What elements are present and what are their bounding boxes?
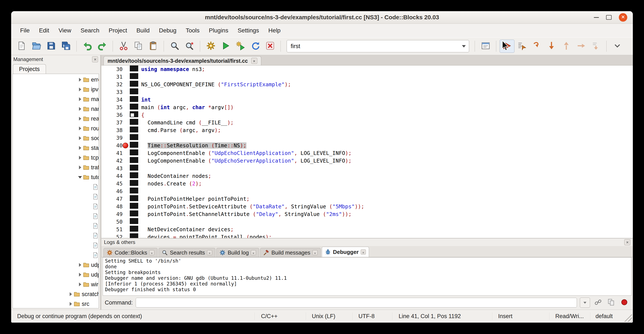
- tree-item-wire[interactable]: wire: [13, 279, 99, 289]
- find-button[interactable]: [167, 40, 182, 53]
- chevron-collapsed-icon[interactable]: [77, 166, 83, 169]
- line-number[interactable]: 42: [102, 157, 122, 165]
- line-number[interactable]: 41: [102, 149, 122, 157]
- rebuild-button[interactable]: [248, 40, 263, 53]
- chevron-expanded-icon[interactable]: [77, 176, 83, 178]
- next-instruction-button[interactable]: [574, 40, 588, 53]
- menu-file[interactable]: File: [16, 26, 34, 36]
- copy-button[interactable]: [131, 40, 146, 53]
- line-number[interactable]: 46: [102, 188, 122, 195]
- menu-tools[interactable]: Tools: [181, 26, 204, 36]
- step-into-instruction-button[interactable]: [588, 40, 603, 53]
- tree-item-scratch[interactable]: scratch: [13, 289, 99, 299]
- search-combobox[interactable]: [287, 40, 469, 52]
- line-number[interactable]: 35: [102, 104, 122, 111]
- tree-item-sock[interactable]: sock: [13, 133, 99, 143]
- tree-item-fo[interactable]: fo: [13, 202, 99, 211]
- minimize-icon[interactable]: [594, 17, 599, 18]
- logs-tab-close-icon[interactable]: [251, 250, 256, 255]
- line-number[interactable]: 43: [102, 165, 122, 172]
- menu-view[interactable]: View: [54, 26, 76, 36]
- debugging-windows-button[interactable]: [478, 40, 493, 53]
- logs-tab-close-icon[interactable]: [361, 249, 366, 254]
- tree-item-he[interactable]: he: [13, 211, 99, 221]
- breakpoint-marker[interactable]: [122, 143, 128, 148]
- line-number[interactable]: 38: [102, 127, 122, 134]
- line-number[interactable]: 50: [102, 218, 122, 226]
- line-number[interactable]: 45: [102, 180, 122, 188]
- line-number[interactable]: 49: [102, 210, 122, 218]
- projects-tree[interactable]: erroipv6matnamrealroutsockstattcptraftut…: [12, 74, 99, 308]
- menu-project[interactable]: Project: [104, 26, 132, 36]
- logs-tab-debugger[interactable]: Debugger: [322, 247, 369, 257]
- abort-button[interactable]: [263, 40, 278, 53]
- editor-tab-close-icon[interactable]: [251, 58, 257, 64]
- find-in-files-button[interactable]: [182, 40, 197, 53]
- titlebar[interactable]: mnt/dev/tools/source/ns-3-dev/examples/t…: [11, 11, 633, 24]
- maximize-icon[interactable]: [606, 15, 612, 20]
- run-button[interactable]: [218, 40, 233, 53]
- tree-item-tcp[interactable]: tcp: [13, 153, 99, 163]
- step-into-button[interactable]: [544, 40, 559, 53]
- line-number[interactable]: 39: [102, 134, 122, 142]
- close-icon[interactable]: [619, 13, 627, 22]
- tree-item-se[interactable]: se: [13, 231, 99, 240]
- tree-item-mat[interactable]: mat: [13, 94, 99, 104]
- open-button[interactable]: [29, 40, 44, 53]
- line-number[interactable]: 36: [102, 111, 122, 119]
- undo-button[interactable]: [80, 40, 95, 53]
- chevron-collapsed-icon[interactable]: [77, 146, 83, 150]
- search-input[interactable]: [287, 43, 459, 50]
- tree-item-se[interactable]: se: [13, 221, 99, 231]
- line-number[interactable]: 34: [102, 96, 122, 104]
- menu-search[interactable]: Search: [76, 26, 104, 36]
- command-input[interactable]: [136, 298, 577, 307]
- management-close-icon[interactable]: [92, 56, 98, 62]
- tree-item-rout[interactable]: rout: [13, 124, 99, 133]
- line-number[interactable]: 48: [102, 203, 122, 210]
- logs-tab-close-icon[interactable]: [207, 250, 212, 255]
- combobox-dropdown-arrow[interactable]: [459, 40, 469, 52]
- logs-close-icon[interactable]: [624, 239, 630, 245]
- save-button[interactable]: [44, 40, 59, 53]
- chevron-collapsed-icon[interactable]: [77, 263, 83, 267]
- tree-item-udp[interactable]: udp: [13, 260, 99, 270]
- chevron-collapsed-icon[interactable]: [68, 292, 74, 296]
- next-line-button[interactable]: [529, 40, 544, 53]
- tree-item-ipv6[interactable]: ipv6: [13, 85, 99, 94]
- logs-tab-build-messages[interactable]: Build messages: [260, 248, 321, 257]
- editor-tab-first-cc[interactable]: mnt/dev/tools/source/ns-3-dev/examples/t…: [104, 56, 261, 65]
- tree-item-th[interactable]: th: [13, 250, 99, 260]
- chevron-collapsed-icon[interactable]: [77, 97, 83, 101]
- line-number[interactable]: 44: [102, 172, 122, 180]
- menu-edit[interactable]: Edit: [34, 26, 54, 36]
- tree-item-nam[interactable]: nam: [13, 104, 99, 114]
- line-number[interactable]: 31: [102, 73, 122, 81]
- tab-projects[interactable]: Projects: [13, 64, 46, 74]
- redo-button[interactable]: [95, 40, 110, 53]
- chevron-collapsed-icon[interactable]: [77, 127, 83, 130]
- run-to-cursor-button[interactable]: [514, 40, 529, 53]
- chevron-collapsed-icon[interactable]: [77, 282, 83, 286]
- chevron-collapsed-icon[interactable]: [77, 273, 83, 276]
- line-number[interactable]: 37: [102, 119, 122, 127]
- menu-debug[interactable]: Debug: [154, 26, 181, 36]
- chevron-collapsed-icon[interactable]: [77, 136, 83, 140]
- tree-item-tuto[interactable]: tuto: [13, 172, 99, 182]
- attach-button[interactable]: [593, 297, 603, 308]
- logs-tab-build-log[interactable]: Build log: [216, 248, 259, 257]
- stop-debugger-button[interactable]: [619, 297, 630, 308]
- code-editor[interactable]: 30using namespace ns3;3132NS_LOG_COMPONE…: [102, 66, 633, 238]
- line-number[interactable]: 30: [102, 66, 122, 73]
- step-out-button[interactable]: [559, 40, 574, 53]
- build-button[interactable]: [204, 40, 218, 53]
- chevron-collapsed-icon[interactable]: [77, 156, 83, 160]
- save-all-button[interactable]: [59, 40, 74, 53]
- build-and-run-button[interactable]: [233, 40, 248, 53]
- tree-item-udp[interactable]: udp-: [13, 270, 99, 279]
- menu-build[interactable]: Build: [132, 26, 154, 36]
- tree-item-src[interactable]: src: [13, 299, 99, 308]
- tree-item-traf[interactable]: traf: [13, 163, 99, 172]
- tree-item-real[interactable]: real: [13, 114, 99, 124]
- line-number[interactable]: 51: [102, 226, 122, 233]
